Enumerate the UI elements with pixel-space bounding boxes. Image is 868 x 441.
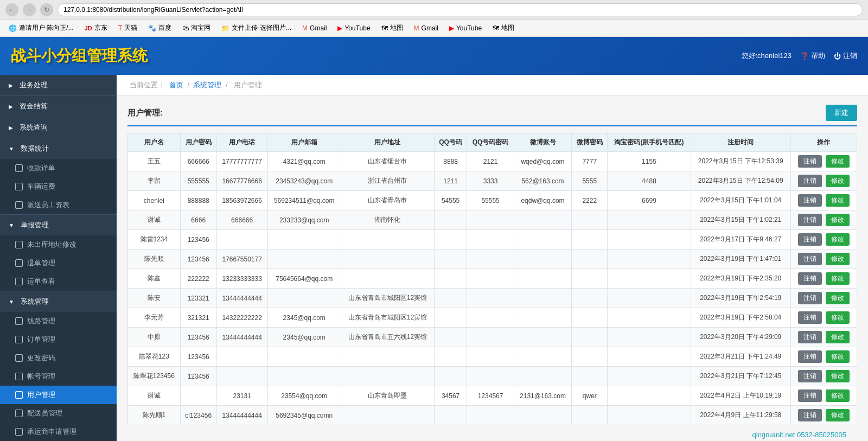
sidebar-item-user-mgmt[interactable]: 用户管理 <box>0 386 117 404</box>
cell-actions: 注销 修改 <box>790 367 857 386</box>
bookmark-tianmao[interactable]: T天猫 <box>114 22 142 34</box>
cell-qq <box>434 308 467 328</box>
bookmark-baidu[interactable]: 🐾百度 <box>144 22 176 34</box>
cell-address: 山东省烟台市 <box>341 152 434 171</box>
forward-button[interactable]: → <box>23 3 36 16</box>
bookmark-gmail1[interactable]: MGmail <box>298 23 331 33</box>
sidebar-item-delivery[interactable]: 配送员管理 <box>0 404 117 423</box>
bookmark-gmail2[interactable]: MGmail <box>410 23 443 33</box>
cell-address: 山东省青岛市 <box>341 191 434 210</box>
edit-btn-row-6[interactable]: 修改 <box>826 272 850 285</box>
help-button[interactable]: ❓ 帮助 <box>800 51 825 61</box>
sidebar-item-order[interactable]: 订单管理 <box>0 330 117 349</box>
cell-password: 222222 <box>180 269 216 289</box>
bookmark-upload[interactable]: 📁文件上传-选择图片... <box>217 22 296 34</box>
sidebar-label-route: 线路管理 <box>27 316 55 326</box>
cancel-btn-row-13[interactable]: 注销 <box>798 409 822 421</box>
cell-weibo <box>514 308 571 328</box>
back-button[interactable]: ← <box>5 3 18 16</box>
cell-actions: 注销 修改 <box>790 152 857 171</box>
sidebar-header-finance[interactable]: ▶ 资金结算 <box>0 96 117 117</box>
sidebar-item-route[interactable]: 线路管理 <box>0 312 117 330</box>
cell-phone: 14322222222 <box>216 308 267 328</box>
cancel-btn-row-10[interactable]: 注销 <box>798 350 822 363</box>
sidebar-header-data-stats[interactable]: ▼ 数据统计 <box>0 138 117 159</box>
cancel-btn-row-0[interactable]: 注销 <box>798 155 822 168</box>
url-bar[interactable] <box>58 3 863 16</box>
cell-taobao <box>608 328 691 347</box>
sidebar-label-carrier: 承运商申请管理 <box>27 427 76 437</box>
cell-qq_pwd <box>467 406 514 425</box>
bookmark-jd[interactable]: JD京东 <box>80 22 112 34</box>
username-label: 您好:chenlei123 <box>742 51 792 61</box>
footer-site: qingruanit.net 0532-85025005 <box>138 431 846 439</box>
edit-btn-row-2[interactable]: 修改 <box>826 194 850 207</box>
cell-taobao <box>608 230 691 250</box>
edit-btn-row-11[interactable]: 修改 <box>826 370 850 382</box>
cancel-btn-row-11[interactable]: 注销 <box>798 370 822 382</box>
sidebar-item-freight[interactable]: 车辆运费 <box>0 177 117 196</box>
cell-address: 山东省青岛市五六线12宾馆 <box>341 328 434 347</box>
sidebar-header-query[interactable]: ▶ 系统查询 <box>0 117 117 138</box>
edit-btn-row-13[interactable]: 修改 <box>826 409 850 421</box>
bookmark-youtube1[interactable]: ▶YouTube <box>333 23 374 33</box>
breadcrumb-sep2: / <box>226 81 229 89</box>
edit-btn-row-8[interactable]: 修改 <box>826 311 850 324</box>
cell-reg_time: 2022年3月19日 下午1:47:01 <box>691 250 790 269</box>
sidebar-header-single-report[interactable]: ▼ 单报管理 <box>0 215 117 235</box>
sidebar-label-salary: 派送员工资表 <box>27 200 69 210</box>
cell-weibo_pwd <box>572 269 608 289</box>
sidebar-item-carrier[interactable]: 承运商申请管理 <box>0 423 117 441</box>
arrow-finance: ▶ <box>9 104 13 110</box>
edit-btn-row-7[interactable]: 修改 <box>826 292 850 304</box>
edit-btn-row-0[interactable]: 修改 <box>826 155 850 168</box>
cell-actions: 注销 修改 <box>790 171 857 191</box>
edit-btn-row-5[interactable]: 修改 <box>826 253 850 265</box>
cell-weibo_pwd: 7777 <box>572 152 608 171</box>
add-button[interactable]: 新建 <box>826 105 857 121</box>
cancel-btn-row-9[interactable]: 注销 <box>798 331 822 343</box>
edit-btn-row-12[interactable]: 修改 <box>826 389 850 402</box>
edit-btn-row-4[interactable]: 修改 <box>826 233 850 246</box>
cancel-btn-row-6[interactable]: 注销 <box>798 272 822 285</box>
bookmark-map2[interactable]: 🗺地图 <box>488 22 519 34</box>
cell-name: 陈翠花123456 <box>128 367 181 386</box>
sidebar-item-change-pwd[interactable]: 更改密码 <box>0 349 117 367</box>
sidebar-header-business[interactable]: ▶ 业务处理 <box>0 75 117 95</box>
sidebar-item-return[interactable]: 退单管理 <box>0 254 117 272</box>
cancel-btn-row-12[interactable]: 注销 <box>798 389 822 402</box>
cancel-btn-row-2[interactable]: 注销 <box>798 194 822 207</box>
cancel-btn-row-5[interactable]: 注销 <box>798 253 822 265</box>
refresh-button[interactable]: ↻ <box>40 3 53 16</box>
bookmark-taobao[interactable]: 🛍淘宝网 <box>178 22 215 34</box>
sidebar-item-receipts[interactable]: 收款详单 <box>0 159 117 177</box>
logout-button[interactable]: ⏻ 注销 <box>834 51 857 61</box>
app-title: 战斗小分组管理系统 <box>11 46 148 66</box>
edit-btn-row-10[interactable]: 修改 <box>826 350 850 363</box>
sidebar-item-account[interactable]: 帐号管理 <box>0 367 117 386</box>
breadcrumb-system[interactable]: 系统管理 <box>193 81 221 89</box>
cancel-btn-row-7[interactable]: 注销 <box>798 292 822 304</box>
cancel-btn-row-8[interactable]: 注销 <box>798 311 822 324</box>
sidebar-header-system-mgmt[interactable]: ▼ 系统管理 <box>0 291 117 312</box>
cancel-btn-row-1[interactable]: 注销 <box>798 175 822 187</box>
cancel-btn-row-4[interactable]: 注销 <box>798 233 822 246</box>
breadcrumb-current-label: 当前位置： <box>130 81 165 89</box>
cell-address: 浙江省台州市 <box>341 171 434 191</box>
edit-btn-row-3[interactable]: 修改 <box>826 214 850 226</box>
edit-btn-row-1[interactable]: 修改 <box>826 175 850 187</box>
bookmark-map1[interactable]: 🗺地图 <box>377 22 407 34</box>
bookmark-youtube2[interactable]: ▶YouTube <box>445 23 486 33</box>
sidebar-item-address-modify[interactable]: 未出库地址修改 <box>0 235 117 254</box>
cancel-btn-row-3[interactable]: 注销 <box>798 214 822 226</box>
sidebar-item-waybill[interactable]: 运单查看 <box>0 272 117 291</box>
breadcrumb-home[interactable]: 首页 <box>169 81 183 89</box>
bookmark-invite[interactable]: 🌐邀请用户·陈向正/... <box>4 22 78 34</box>
sidebar-item-salary[interactable]: 派送员工资表 <box>0 196 117 214</box>
edit-btn-row-9[interactable]: 修改 <box>826 331 850 343</box>
cell-actions: 注销 修改 <box>790 406 857 425</box>
cell-email: 2345@qq.com <box>267 328 341 347</box>
cell-weibo_pwd: 2222 <box>572 191 608 210</box>
sidebar-label-order: 订单管理 <box>27 335 55 344</box>
item-icon-waybill <box>15 278 23 285</box>
